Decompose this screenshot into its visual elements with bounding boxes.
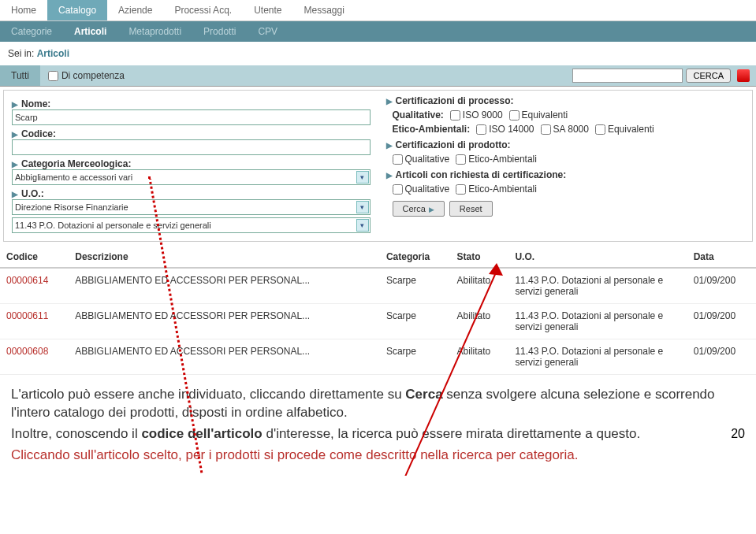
uo-label: ▶U.O.: bbox=[12, 188, 371, 199]
uo-select-1[interactable] bbox=[12, 199, 371, 215]
chevron-right-icon: ▶ bbox=[386, 171, 393, 180]
form-right-col: ▶Certificazioni di processo: Qualitative… bbox=[386, 95, 745, 236]
main-tab-messaggi[interactable]: Messaggi bbox=[293, 0, 356, 20]
sa8000-checkbox[interactable] bbox=[541, 124, 551, 135]
main-tab-processiacq[interactable]: Processi Acq. bbox=[163, 0, 243, 20]
cell: 11.43 P.O. Dotazioni al personale e serv… bbox=[508, 339, 687, 375]
competenza-checkbox[interactable] bbox=[48, 71, 58, 81]
cell: Abilitato bbox=[451, 339, 509, 375]
cell: 11.43 P.O. Dotazioni al personale e serv… bbox=[508, 304, 687, 339]
cert-prodotto-label: ▶Certificazioni di prodotto: bbox=[386, 139, 745, 150]
quick-search: CERCA bbox=[572, 69, 756, 83]
breadcrumb: Sei in: Articoli bbox=[0, 42, 756, 65]
codice-label: ▶Codice: bbox=[12, 128, 371, 139]
main-tab-utente[interactable]: Utente bbox=[243, 0, 292, 20]
sub-tab-cpv[interactable]: CPV bbox=[247, 21, 289, 42]
cp-qual-checkbox[interactable] bbox=[393, 154, 403, 165]
art-richiesta-label: ▶Articoli con richiesta di certificazion… bbox=[386, 169, 745, 180]
export-icon[interactable] bbox=[737, 69, 750, 82]
competenza-label: Di competenza bbox=[61, 70, 125, 81]
cerca-button[interactable]: Cerca▶ bbox=[393, 201, 445, 217]
table-row[interactable]: 00000608ABBIGLIAMENTO ED ACCESSORI PER P… bbox=[0, 339, 756, 375]
cell: 01/09/200 bbox=[687, 339, 756, 375]
cp-etico-checkbox[interactable] bbox=[456, 154, 466, 165]
categoria-select[interactable] bbox=[12, 169, 371, 185]
cell: ABBIGLIAMENTO ED ACCESSORI PER PERSONAL.… bbox=[69, 268, 380, 304]
page-number: 20 bbox=[731, 425, 745, 443]
col-data[interactable]: Data bbox=[687, 247, 756, 268]
iso9000-checkbox[interactable] bbox=[450, 110, 460, 121]
main-tab-aziende[interactable]: Aziende bbox=[107, 0, 163, 20]
chevron-right-icon: ▶ bbox=[12, 130, 18, 139]
cert-prodotto-row: Qualitative Etico-Ambientali bbox=[386, 154, 745, 165]
chevron-right-icon: ▶ bbox=[12, 100, 18, 109]
main-tab-home[interactable]: Home bbox=[0, 0, 47, 20]
col-codice[interactable]: Codice bbox=[0, 247, 69, 268]
breadcrumb-current: Articoli bbox=[37, 48, 69, 59]
codice-input[interactable] bbox=[12, 139, 371, 155]
cell: 01/09/200 bbox=[687, 304, 756, 339]
cell: 00000614 bbox=[0, 268, 69, 304]
filter-tutti-tab[interactable]: Tutti bbox=[0, 65, 40, 86]
form-buttons: Cerca▶ Reset bbox=[386, 201, 745, 217]
sub-tab-metaprodotti[interactable]: Metaprodotti bbox=[117, 21, 192, 42]
red-note: Cliccando sull'articolo scelto, per i pr… bbox=[11, 447, 745, 465]
chevron-right-icon: ▶ bbox=[386, 97, 393, 106]
sub-tabs: CategorieArticoliMetaprodottiProdottiCPV bbox=[0, 21, 756, 42]
cell: ABBIGLIAMENTO ED ACCESSORI PER PERSONAL.… bbox=[69, 304, 380, 339]
chevron-right-icon: ▶ bbox=[386, 141, 393, 150]
cell: Abilitato bbox=[451, 268, 509, 304]
search-form: ▶Nome: ▶Codice: ▶Categoria Merceologica:… bbox=[3, 90, 753, 242]
cell: Scarpe bbox=[380, 304, 451, 339]
nome-label: ▶Nome: bbox=[12, 98, 371, 109]
uo-select-2[interactable] bbox=[12, 217, 371, 233]
ar-qual-checkbox[interactable] bbox=[393, 184, 403, 195]
table-row[interactable]: 00000611ABBIGLIAMENTO ED ACCESSORI PER P… bbox=[0, 304, 756, 339]
sub-tab-categorie[interactable]: Categorie bbox=[0, 21, 63, 42]
col-uo[interactable]: U.O. bbox=[508, 247, 687, 268]
breadcrumb-prefix: Sei in: bbox=[8, 48, 37, 59]
play-icon: ▶ bbox=[429, 206, 434, 213]
sub-tab-prodotti[interactable]: Prodotti bbox=[192, 21, 247, 42]
cell: 00000608 bbox=[0, 339, 69, 375]
chevron-right-icon: ▶ bbox=[12, 160, 18, 169]
ar-etico-checkbox[interactable] bbox=[456, 184, 466, 195]
equiv-e-checkbox[interactable] bbox=[595, 124, 605, 135]
form-left-col: ▶Nome: ▶Codice: ▶Categoria Merceologica:… bbox=[12, 95, 371, 236]
cert-processo-label: ▶Certificazioni di processo: bbox=[386, 95, 745, 106]
cell: Abilitato bbox=[451, 304, 509, 339]
etico-row: Etico-Ambientali: ISO 14000 SA 8000 Equi… bbox=[386, 124, 745, 135]
col-categoria[interactable]: Categoria bbox=[380, 247, 451, 268]
cell: 01/09/200 bbox=[687, 268, 756, 304]
quick-search-input[interactable] bbox=[572, 69, 683, 83]
iso14000-checkbox[interactable] bbox=[476, 124, 486, 135]
nome-input[interactable] bbox=[12, 109, 371, 125]
cell: Scarpe bbox=[380, 339, 451, 375]
chevron-right-icon: ▶ bbox=[12, 190, 18, 198]
results-table: CodiceDescrizioneCategoriaStatoU.O.Data … bbox=[0, 247, 756, 375]
cell: 00000611 bbox=[0, 304, 69, 339]
qualitative-row: Qualitative: ISO 9000 Equivalenti bbox=[386, 109, 745, 121]
explanation-notes: L'articolo può essere anche individuato,… bbox=[0, 375, 756, 476]
table-row[interactable]: 00000614ABBIGLIAMENTO ED ACCESSORI PER P… bbox=[0, 268, 756, 304]
filter-bar: Tutti Di competenza CERCA bbox=[0, 65, 756, 87]
quick-search-button[interactable]: CERCA bbox=[686, 69, 731, 83]
cell: ABBIGLIAMENTO ED ACCESSORI PER PERSONAL.… bbox=[69, 339, 380, 375]
col-descrizione[interactable]: Descrizione bbox=[69, 247, 380, 268]
cell: Scarpe bbox=[380, 268, 451, 304]
filter-competenza: Di competenza bbox=[40, 65, 573, 86]
reset-button[interactable]: Reset bbox=[449, 201, 493, 217]
sub-tab-articoli[interactable]: Articoli bbox=[63, 21, 117, 42]
main-tab-catalogo[interactable]: Catalogo bbox=[47, 0, 107, 20]
cell: 11.43 P.O. Dotazioni al personale e serv… bbox=[508, 268, 687, 304]
col-stato[interactable]: Stato bbox=[451, 247, 509, 268]
categoria-label: ▶Categoria Merceologica: bbox=[12, 158, 371, 169]
main-tabs: HomeCatalogoAziendeProcessi Acq.UtenteMe… bbox=[0, 0, 756, 21]
art-richiesta-row: Qualitative Etico-Ambientali bbox=[386, 184, 745, 195]
equiv-q-checkbox[interactable] bbox=[509, 110, 520, 121]
